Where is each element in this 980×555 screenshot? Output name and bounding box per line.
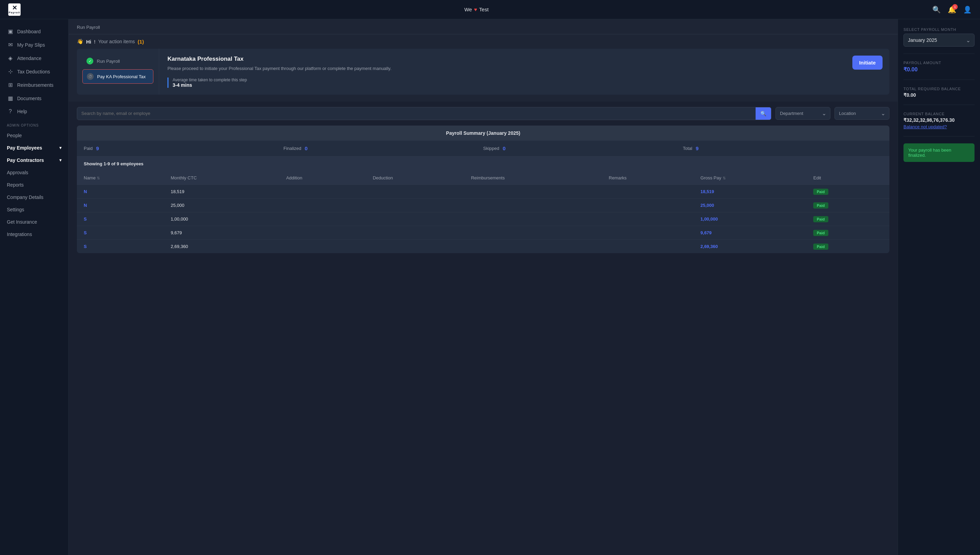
step-run-payroll[interactable]: ✓ Run Payroll [82,54,153,68]
sidebar-label-pay-employees: Pay Employees [7,145,42,151]
notifications-button[interactable]: 🔔 1 [948,5,956,14]
month-select[interactable]: January 2025 December 2024 November 2024 [903,34,975,47]
sidebar-item-attendance[interactable]: ◈ Attendance [0,51,68,65]
topnav-actions: 🔍 🔔 1 👤 [932,5,972,14]
gross-pay-sort-icon[interactable]: ⇅ [723,176,726,180]
sidebar-item-help[interactable]: ? Help [0,105,68,118]
search-button[interactable]: 🔍 [755,107,771,120]
department-filter-wrap: Department [776,107,831,120]
col-monthly-ctc: Monthly CTC [164,171,279,185]
location-filter[interactable]: Location [834,107,889,120]
showing-label: Showing 1-9 of 9 employees [77,156,889,171]
row-2-edit: Paid [806,198,889,212]
action-time-label: Average time taken to complete this step [173,77,837,82]
row-4-deduction [366,226,464,239]
pay-employees-arrow-icon: ▾ [59,146,61,150]
step-clock-icon: ⏱ [87,73,94,80]
action-notice-text: Your action items [98,39,135,44]
sidebar-item-pay-slips[interactable]: ✉ My Pay Slips [0,38,68,51]
skipped-label: Skipped [483,146,499,151]
row-3-gross-pay: 1,00,000 [694,212,806,226]
search-button[interactable]: 🔍 [932,5,941,14]
app-logo: ✕ Payroll [8,3,21,16]
sidebar-label-tax-deductions: Tax Deductions [17,69,50,74]
greeting-bar: 👋 Hi ! Your action items (1) [69,34,898,49]
sidebar-item-people[interactable]: People [0,129,68,142]
sidebar-item-dashboard[interactable]: ▣ Dashboard [0,25,68,38]
select-month-section: Select Payroll Month January 2025 Decemb… [903,27,975,47]
row-3-addition [279,212,366,226]
help-icon: ? [7,108,14,115]
pay-contractors-arrow-icon: ▾ [59,158,61,163]
row-1-gross-pay: 18,519 [694,184,806,198]
sidebar-label-pay-slips: My Pay Slips [17,42,45,48]
pay-contractors-inner: Pay Contractors [7,157,44,163]
pay-employees-inner: Pay Employees [7,145,42,151]
paid-label: Paid [84,146,93,151]
sidebar-item-integrations[interactable]: Integrations [0,228,68,241]
name-sort-icon[interactable]: ⇅ [97,176,100,180]
greeting-hi: Hi [86,39,91,45]
sidebar-label-approvals: Approvals [7,170,28,175]
table-header-row: Name ⇅ Monthly CTC Addition Deduction Re… [77,171,889,185]
row-4-reimbursements [464,226,602,239]
sidebar: ▣ Dashboard ✉ My Pay Slips ◈ Attendance … [0,19,69,555]
sidebar-item-get-insurance[interactable]: Get Insurance [0,216,68,228]
main-layout: ▣ Dashboard ✉ My Pay Slips ◈ Attendance … [0,19,980,555]
total-value: 9 [696,146,698,151]
row-3-edit: Paid [806,212,889,226]
row-2-ctc: 25,000 [164,198,279,212]
finalized-label: Finalized [283,146,301,151]
sidebar-label-reports: Reports [7,182,24,188]
action-right: Initiate [845,49,889,95]
select-month-label: Select Payroll Month [903,27,975,32]
month-select-wrap: January 2025 December 2024 November 2024 [903,34,975,47]
col-deduction: Deduction [366,171,464,185]
row-2-remarks [602,198,694,212]
reimbursements-icon: ⊞ [7,82,14,88]
payroll-amount-value: ₹0.00 [903,66,975,73]
table-body: N 18,519 18,519 Paid N 25,000 [77,184,889,253]
search-wrap: 🔍 [77,107,771,120]
action-description: Please proceed to initiate your Professi… [167,65,837,72]
department-filter[interactable]: Department [776,107,831,120]
skipped-value: 0 [503,146,505,151]
sidebar-label-get-insurance: Get Insurance [7,219,37,225]
heart-icon: ♥ [474,6,477,12]
sidebar-label-attendance: Attendance [17,56,42,61]
table-wrap: Payroll Summary (January 2025) Paid 9 Fi… [77,125,889,253]
sidebar-item-company-details[interactable]: Company Details [0,191,68,204]
filter-bar: 🔍 Department Location [69,101,898,125]
sidebar-item-settings[interactable]: Settings [0,204,68,216]
sidebar-item-tax-deductions[interactable]: ⊹ Tax Deductions [0,65,68,78]
row-1-reimbursements [464,184,602,198]
sidebar-item-approvals[interactable]: Approvals [0,166,68,179]
total-required-label: TOTAL REQUIRED BALANCE [903,87,975,91]
payroll-summary-header: Payroll Summary (January 2025) [77,125,889,141]
balance-link[interactable]: Balance not updated? [903,124,975,129]
action-steps: ✓ Run Payroll ⏱ Pay KA Professional Tax [77,49,159,95]
summary-paid: Paid 9 [84,146,283,151]
table-row: S 2,69,360 2,69,360 Paid [77,239,889,253]
attendance-icon: ◈ [7,55,14,61]
sidebar-item-pay-employees[interactable]: Pay Employees ▾ [0,142,68,154]
user-profile-button[interactable]: 👤 [963,5,972,14]
row-2-reimbursements [464,198,602,212]
row-4-ctc: 9,679 [164,226,279,239]
sidebar-item-pay-contractors[interactable]: Pay Contractors ▾ [0,154,68,166]
row-3-remarks [602,212,694,226]
right-panel: Select Payroll Month January 2025 Decemb… [898,19,980,555]
greeting-exclaim: ! [94,39,95,45]
row-4-remarks [602,226,694,239]
tax-icon: ⊹ [7,68,14,75]
brand-name: We ♥ Test [464,6,488,12]
sidebar-item-reports[interactable]: Reports [0,179,68,191]
initiate-button[interactable]: Initiate [852,56,882,70]
sidebar-label-integrations: Integrations [7,231,32,237]
sidebar-item-documents[interactable]: ▦ Documents [0,91,68,105]
search-input[interactable] [77,107,755,119]
row-5-deduction [366,239,464,253]
row-4-addition [279,226,366,239]
sidebar-item-reimbursements[interactable]: ⊞ Reimbursements [0,78,68,91]
step-pay-ka-tax[interactable]: ⏱ Pay KA Professional Tax [82,69,153,84]
